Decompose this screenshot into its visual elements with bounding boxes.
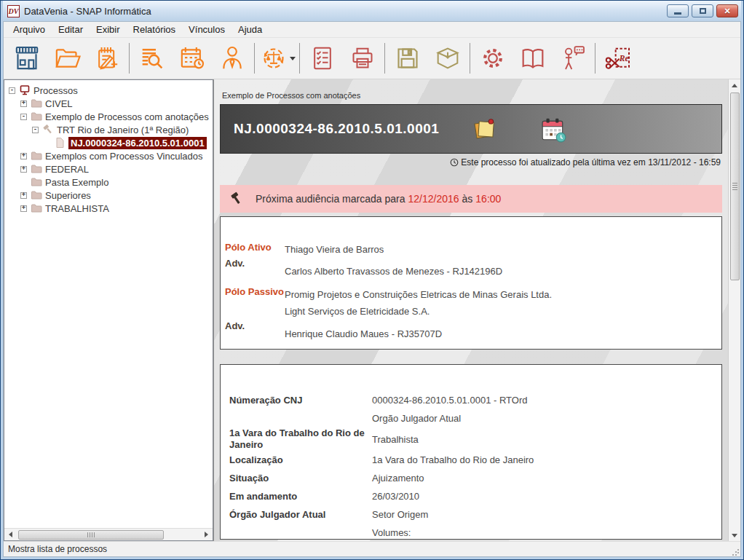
process-cycle-button[interactable] — [257, 40, 297, 76]
tree-item-civel[interactable]: + CIVEL — [4, 97, 213, 110]
tree-expander[interactable]: - — [32, 127, 39, 133]
tree-expander[interactable]: + — [20, 205, 27, 212]
menubar: Arquivo Editar Exibir Relatórios Vínculo… — [4, 22, 740, 38]
menu-exibir[interactable]: Exibir — [90, 23, 127, 36]
tree-item-trabalhista[interactable]: + TRABALHISTA — [4, 202, 213, 215]
scroll-left-arrow[interactable] — [4, 529, 17, 540]
search-process-button[interactable] — [132, 40, 172, 76]
checklist-icon — [308, 44, 337, 73]
party-label: Pólo Ativo — [225, 242, 285, 258]
calendar-clock-icon[interactable] — [539, 116, 567, 143]
scroll-up-arrow[interactable] — [729, 79, 741, 91]
toolbar: Re — [4, 38, 740, 79]
minimize-icon — [674, 12, 681, 15]
process-detail-panel: Exemplo de Processos com anotações NJ.00… — [213, 79, 740, 541]
toolbar-separator — [384, 43, 385, 74]
detail-label: Órgão Julgador Atual — [229, 505, 372, 540]
print-button[interactable] — [342, 40, 382, 76]
open-folder-button[interactable] — [47, 40, 87, 76]
scroll-down-arrow[interactable] — [729, 529, 741, 541]
detail-value: Orgão Julgador Atual — [372, 409, 527, 427]
menu-relatorios[interactable]: Relatórios — [127, 23, 183, 36]
resize-grip[interactable] — [730, 547, 740, 556]
tree-expander[interactable]: + — [20, 166, 27, 173]
minimize-button[interactable] — [667, 4, 689, 17]
menu-vinculos[interactable]: Vínculos — [182, 23, 231, 36]
party-value: Light Serviços de Eletricidade S.A. — [285, 303, 552, 320]
parties-panel: Pólo Ativo Thiago Vieira de Barros Adv. … — [220, 216, 722, 350]
detail-label: 1a Vara do Trabalho do Rio de Janeiro — [229, 427, 372, 451]
tree-horizontal-scrollbar[interactable] — [4, 528, 213, 540]
tree-item-label: TRT Rio de Janeiro (1ª Região) — [57, 125, 189, 135]
client-button[interactable] — [212, 40, 252, 76]
tree-item-label: Pasta Exemplo — [45, 177, 108, 188]
dropdown-caret-icon[interactable] — [290, 57, 296, 60]
tree-item-trt-rio[interactable]: - TRT Rio de Janeiro (1ª Região) — [4, 123, 213, 136]
tree-item-nj-process[interactable]: NJ.0000324-86.2010.5.01.0001 — [4, 136, 213, 149]
party-value: Thiago Vieira de Barros — [285, 242, 384, 257]
tree-item-exemplo-anotacoes[interactable]: - Exemplo de Processos com anotações — [4, 110, 213, 123]
scroll-right-arrow[interactable] — [200, 529, 213, 540]
menu-ajuda[interactable]: Ajuda — [231, 23, 269, 36]
titlebar: DV DataVenia - SNAP Informática ✕ — [3, 1, 741, 21]
svg-text:Re: Re — [618, 54, 628, 63]
detail-value: Setor Origem — [372, 505, 428, 524]
folder-icon — [31, 176, 42, 188]
tree-expander[interactable]: + — [20, 153, 27, 159]
alert-conj: às — [462, 193, 473, 205]
alert-text: Próxima audiência marcada para — [256, 193, 405, 205]
folder-icon — [31, 111, 42, 122]
folder-icon — [31, 163, 42, 175]
party-row: Adv. Henrique Claudio Maues - RJ35707D — [225, 320, 714, 342]
party-row: Pólo Ativo Thiago Vieira de Barros — [225, 242, 714, 258]
sticky-notes-icon[interactable] — [471, 116, 499, 143]
party-value: Carlos Alberto Travassos de Menezes - RJ… — [285, 264, 502, 279]
recorte-button[interactable]: Re — [598, 40, 638, 76]
menu-arquivo[interactable]: Arquivo — [7, 23, 52, 36]
main-vertical-scrollbar[interactable] — [728, 79, 740, 541]
agenda-clock-icon — [178, 44, 207, 73]
detail-label: Em andamento — [229, 487, 372, 505]
detail-row: 1a Vara do Trabalho do Rio de Janeiro Tr… — [229, 427, 714, 451]
new-annotation-icon — [92, 44, 122, 73]
tree-expander[interactable]: - — [9, 87, 15, 94]
detail-value: 1a Vara do Trabalho do Rio de Janeiro — [372, 451, 534, 469]
restore-button[interactable] — [692, 4, 713, 17]
process-tree: - Processos + CIVEL — [4, 80, 213, 528]
assistant-button[interactable] — [553, 40, 593, 76]
store-icon — [12, 44, 41, 73]
new-annotation-button[interactable] — [87, 40, 127, 76]
checklist-button[interactable] — [302, 40, 342, 76]
detail-row: Situação Ajuizamento — [229, 469, 714, 487]
tree-expander[interactable]: - — [20, 114, 27, 120]
agenda-button[interactable] — [172, 40, 212, 76]
toolbar-separator — [254, 43, 255, 74]
tree-expander[interactable]: + — [20, 100, 27, 107]
folder-icon — [31, 189, 42, 201]
close-button[interactable]: ✕ — [716, 4, 738, 17]
detail-row: Localização 1a Vara do Trabalho do Rio d… — [229, 451, 714, 469]
library-button[interactable] — [513, 40, 553, 76]
archive-button[interactable] — [427, 40, 467, 76]
tree-item-label: FEDERAL — [45, 164, 89, 175]
menu-editar[interactable]: Editar — [52, 23, 90, 36]
tree-item-pasta-exemplo[interactable]: Pasta Exemplo — [4, 176, 213, 189]
search-process-icon — [138, 44, 167, 73]
detail-value: 26/03/2010 — [372, 487, 419, 505]
tree-item-federal[interactable]: + FEDERAL — [4, 162, 213, 176]
store-button[interactable] — [7, 40, 47, 76]
detail-label: Situação — [229, 469, 372, 487]
client-icon — [218, 44, 247, 73]
scrollbar-thumb[interactable] — [18, 530, 164, 540]
hearing-alert: Próxima audiência marcada para 12/12/201… — [220, 185, 722, 213]
scrollbar-thumb[interactable] — [730, 92, 740, 280]
toolbar-separator — [595, 43, 595, 74]
party-value: Promig Projetos e Construições Eletricas… — [285, 286, 552, 303]
save-button[interactable] — [387, 40, 427, 76]
tree-item-exemplos-vinculados[interactable]: + Exemplos com Processos Vinculados — [4, 149, 213, 162]
settings-button[interactable] — [472, 40, 513, 76]
tree-item-processos[interactable]: - Processos — [4, 84, 213, 97]
tree-expander[interactable]: + — [20, 192, 27, 199]
tree-item-superiores[interactable]: + Superiores — [4, 189, 213, 202]
clock-icon — [450, 158, 459, 167]
